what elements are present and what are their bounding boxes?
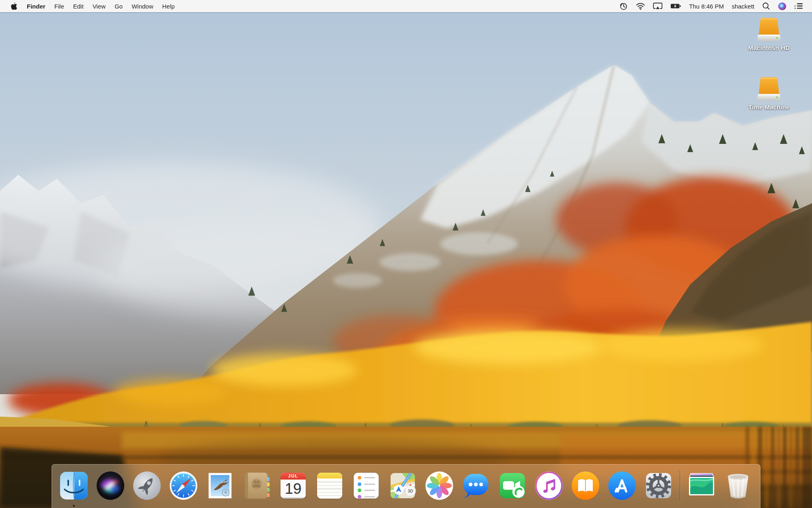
itunes-icon xyxy=(533,470,564,501)
desktop-icon-time-machine[interactable]: Time Machine xyxy=(736,77,801,111)
messages-icon xyxy=(460,470,491,501)
trash-icon xyxy=(723,470,754,501)
reminders-icon xyxy=(354,473,379,499)
apple-menu[interactable] xyxy=(6,0,22,12)
calendar-icon: JUL 19 xyxy=(281,473,306,499)
desktop-icon-label: Time Machine xyxy=(748,104,789,111)
dock-finder[interactable] xyxy=(58,470,89,501)
dock-maps[interactable]: 3D xyxy=(387,470,418,501)
dock-mail[interactable] xyxy=(205,470,235,501)
dock-separator xyxy=(680,471,680,501)
menu-help[interactable]: Help xyxy=(158,0,179,12)
desktop-icon-macintosh-hd[interactable]: Macintosh HD xyxy=(736,18,801,51)
time-machine-menu-icon[interactable] xyxy=(619,0,628,12)
dock-calendar[interactable]: JUL 19 xyxy=(278,470,309,501)
menu-finder[interactable]: Finder xyxy=(22,0,50,12)
calendar-month: JUL xyxy=(281,473,306,480)
mail-icon xyxy=(205,470,235,501)
menu-view[interactable]: View xyxy=(88,0,110,12)
dock-desktop-pictures-stack[interactable] xyxy=(686,470,717,501)
ibooks-icon xyxy=(570,470,601,501)
battery-charging-icon[interactable] xyxy=(670,0,681,12)
dock-ibooks[interactable] xyxy=(570,470,601,501)
desktop-pictures-stack-icon xyxy=(686,470,717,501)
dock-trash[interactable] xyxy=(723,470,754,501)
menu-bar-clock[interactable]: Thu 8:46 PM xyxy=(689,3,724,10)
dock-itunes[interactable] xyxy=(533,470,564,501)
dock: JUL 19 xyxy=(52,464,760,508)
desktop: Finder File Edit View Go Window Help xyxy=(0,0,812,508)
finder-icon xyxy=(58,470,89,501)
desktop-icon-area: Macintosh HD Time Machine xyxy=(736,18,801,111)
dock-siri[interactable] xyxy=(95,470,126,501)
external-drive-icon xyxy=(753,77,785,102)
dock-facetime[interactable] xyxy=(497,470,528,501)
safari-icon xyxy=(168,470,199,501)
notes-icon xyxy=(317,473,342,499)
wifi-icon[interactable] xyxy=(636,0,645,12)
menu-bar: Finder File Edit View Go Window Help xyxy=(0,0,812,12)
launchpad-icon xyxy=(132,470,162,501)
spotlight-icon[interactable] xyxy=(762,0,770,12)
desktop-icon-label: Macintosh HD xyxy=(748,44,790,51)
siri-icon xyxy=(95,470,126,501)
menu-window[interactable]: Window xyxy=(127,0,158,12)
dock-reminders[interactable] xyxy=(351,470,382,501)
wallpaper-image xyxy=(0,0,812,508)
maps-3d-badge: 3D xyxy=(408,488,413,493)
calendar-day: 19 xyxy=(281,480,306,497)
notification-center-icon[interactable] xyxy=(794,0,803,12)
dock-launchpad[interactable] xyxy=(132,470,162,501)
external-drive-icon xyxy=(753,18,785,42)
airplay-display-icon[interactable] xyxy=(653,0,663,12)
menu-go[interactable]: Go xyxy=(110,0,127,12)
contacts-icon xyxy=(241,470,272,501)
dock-messages[interactable] xyxy=(460,470,491,501)
dock-system-preferences[interactable] xyxy=(643,470,674,501)
dock-safari[interactable] xyxy=(168,470,199,501)
siri-icon[interactable] xyxy=(778,0,786,12)
apple-logo-icon xyxy=(11,2,17,10)
photos-icon xyxy=(424,470,455,501)
user-menu[interactable]: shackett xyxy=(732,3,754,10)
running-indicator xyxy=(73,505,75,507)
system-preferences-icon xyxy=(643,470,674,501)
dock-contacts[interactable] xyxy=(241,470,272,501)
maps-icon: 3D xyxy=(387,470,418,501)
dock-app-store[interactable] xyxy=(607,470,637,501)
menu-edit[interactable]: Edit xyxy=(69,0,88,12)
app-store-icon xyxy=(607,470,637,501)
dock-photos[interactable] xyxy=(424,470,455,501)
menu-file[interactable]: File xyxy=(50,0,69,12)
facetime-icon xyxy=(497,470,528,501)
dock-notes[interactable] xyxy=(314,470,345,501)
